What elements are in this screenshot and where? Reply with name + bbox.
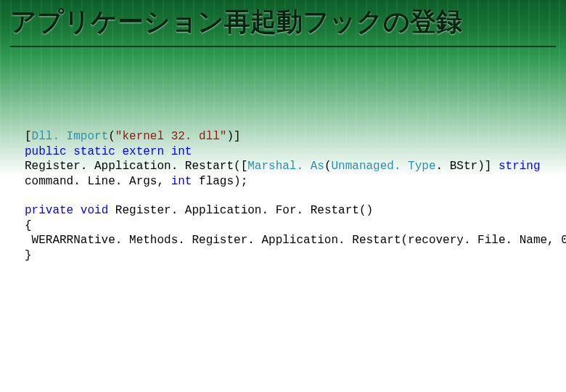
code-keyword: extern [122,145,164,158]
slide-title: アプリケーション再起動フックの登録 [10,4,556,47]
code-text: } [25,249,32,262]
code-text: { [25,219,32,232]
code-text: Register. Application. For. Restart() [108,204,373,217]
code-text: . BStr)] [436,160,499,173]
code-keyword: int [171,145,192,158]
code-keyword: static [73,145,115,158]
code-keyword: public [25,145,67,158]
code-type: Unmanaged. Type [331,160,435,173]
code-text: ( [108,130,115,143]
code-block-2: private void Register. Application. For.… [25,203,541,263]
code-text: [ [25,130,32,143]
code-text [115,145,123,158]
code-keyword: int [171,175,192,188]
code-text: flags); [192,175,247,188]
code-keyword: string [499,160,541,173]
code-keyword: void [81,204,108,217]
code-area: [Dll. Import("kernel 32. dll")] public s… [25,115,541,277]
code-block-1: [Dll. Import("kernel 32. dll")] public s… [25,129,541,189]
code-string: "kernel 32. dll" [115,130,227,143]
code-keyword: private [25,204,73,217]
code-text: Register. Application. Restart([ [25,160,247,173]
code-text: command. Line. Args, [25,175,171,188]
code-text [67,145,74,158]
code-text: WERARRNative. Methods. Register. Applica… [25,234,566,247]
code-text: )] [226,130,240,143]
code-text [164,145,171,158]
code-text [73,204,81,217]
code-type: Dll. Import [32,130,109,143]
code-type: Marshal. As [247,160,324,173]
